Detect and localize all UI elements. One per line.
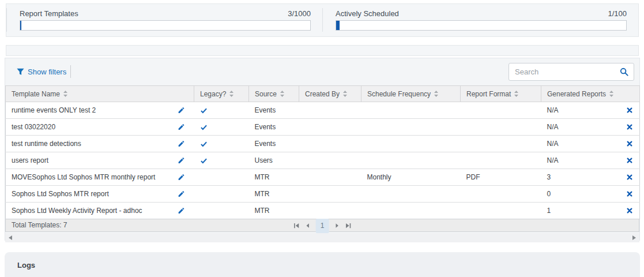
next-page-icon[interactable] xyxy=(334,222,340,229)
created-by-cell xyxy=(299,119,361,136)
show-filters-label: Show filters xyxy=(28,68,66,76)
total-templates-label: Total Templates: 7 xyxy=(12,221,67,229)
schedule-frequency-cell: Monthly xyxy=(361,169,461,186)
templates-panel: Show filters Template Name Legacy? Sourc… xyxy=(5,58,640,241)
template-name: runtime events ONLY test 2 xyxy=(12,106,96,114)
edit-pencil-icon[interactable] xyxy=(178,174,185,181)
sort-icon xyxy=(434,91,438,97)
sort-icon xyxy=(609,91,613,97)
source-cell: MTR xyxy=(249,203,299,219)
legacy-check-icon xyxy=(200,140,208,148)
col-header-report-format[interactable]: Report Format xyxy=(461,86,541,102)
report-format-cell xyxy=(461,186,541,203)
actively-scheduled-count: 1/100 xyxy=(608,9,627,18)
scroll-right-icon[interactable] xyxy=(632,235,636,240)
schedule-frequency-cell xyxy=(361,186,461,203)
table-row: Sophos Ltd Sophos MTR report MTR 0 xyxy=(6,186,640,203)
collapsed-section-strip[interactable] xyxy=(6,45,639,56)
report-format-cell xyxy=(461,152,541,169)
table-row: test 03022020 Events N/A xyxy=(6,119,640,136)
delete-x-icon[interactable] xyxy=(627,158,632,163)
report-format-cell xyxy=(461,136,541,152)
source-cell: Events xyxy=(249,136,299,152)
pagination: 1 xyxy=(293,219,352,232)
filter-funnel-icon xyxy=(17,68,24,76)
delete-x-icon[interactable] xyxy=(627,107,632,113)
schedule-frequency-cell xyxy=(361,203,461,219)
show-filters-button[interactable]: Show filters xyxy=(17,68,66,76)
legacy-check-icon xyxy=(200,123,208,131)
col-header-template-name[interactable]: Template Name xyxy=(6,86,194,102)
col-header-source[interactable]: Source xyxy=(249,86,299,102)
progress-fill xyxy=(20,21,21,30)
first-page-icon[interactable] xyxy=(293,222,300,229)
created-by-cell xyxy=(299,203,361,219)
sort-icon xyxy=(280,91,284,97)
search-icon[interactable] xyxy=(619,68,634,76)
logs-title: Logs xyxy=(5,252,640,269)
previous-page-icon[interactable] xyxy=(305,222,311,229)
template-name: Sophos Ltd Sophos MTR report xyxy=(12,190,109,198)
report-templates-meter: Report Templates 3/1000 xyxy=(6,4,322,36)
filter-toolbar: Show filters xyxy=(5,58,639,85)
sort-icon xyxy=(514,91,518,97)
generated-reports-value: N/A xyxy=(547,106,559,114)
generated-reports-value: N/A xyxy=(547,123,559,131)
table-row: users report Users N/A xyxy=(6,152,640,169)
table-header-row: Template Name Legacy? Source Created By … xyxy=(6,86,640,102)
table-row: test runtime detections Events N/A xyxy=(6,136,640,152)
created-by-cell xyxy=(299,169,361,186)
search-box xyxy=(509,63,634,81)
usage-panel: Report Templates 3/1000 Actively Schedul… xyxy=(6,3,639,37)
generated-reports-value: N/A xyxy=(547,156,559,164)
delete-x-icon[interactable] xyxy=(627,141,632,147)
template-name: test 03022020 xyxy=(12,123,55,131)
current-page-number[interactable]: 1 xyxy=(316,219,329,233)
generated-reports-value: 1 xyxy=(547,207,551,215)
horizontal-scrollbar[interactable] xyxy=(5,233,639,242)
col-header-created-by[interactable]: Created By xyxy=(299,86,361,102)
template-name: MOVESophos Ltd Sophos MTR monthly report xyxy=(12,173,155,181)
col-header-schedule-frequency[interactable]: Schedule Frequency xyxy=(361,86,461,102)
schedule-frequency-cell xyxy=(361,152,461,169)
scroll-left-icon[interactable] xyxy=(9,235,12,240)
report-format-cell xyxy=(461,203,541,219)
sort-icon xyxy=(343,91,347,97)
search-input[interactable] xyxy=(509,68,619,76)
delete-x-icon[interactable] xyxy=(627,174,632,180)
logs-panel[interactable]: Logs xyxy=(5,252,640,277)
generated-reports-value: N/A xyxy=(547,140,559,148)
delete-x-icon[interactable] xyxy=(627,208,632,214)
last-page-icon[interactable] xyxy=(345,222,351,229)
actively-scheduled-label: Actively Scheduled xyxy=(336,9,399,18)
edit-pencil-icon[interactable] xyxy=(178,140,185,148)
report-format-cell xyxy=(461,119,541,136)
report-format-cell xyxy=(461,102,541,119)
sort-icon xyxy=(63,91,67,97)
col-header-legacy[interactable]: Legacy? xyxy=(194,86,249,102)
delete-x-icon[interactable] xyxy=(627,191,632,197)
table-row: MOVESophos Ltd Sophos MTR monthly report… xyxy=(6,169,640,186)
edit-pencil-icon[interactable] xyxy=(178,157,185,164)
created-by-cell xyxy=(299,136,361,152)
edit-pencil-icon[interactable] xyxy=(178,107,185,114)
edit-pencil-icon[interactable] xyxy=(178,190,185,198)
report-templates-count: 3/1000 xyxy=(288,9,311,18)
edit-pencil-icon[interactable] xyxy=(178,123,185,131)
created-by-cell xyxy=(299,152,361,169)
legacy-check-icon xyxy=(200,157,208,164)
actively-scheduled-progressbar xyxy=(336,20,627,31)
table-footer: Total Templates: 7 1 xyxy=(5,219,639,232)
source-cell: Events xyxy=(249,102,299,119)
generated-reports-value: 3 xyxy=(547,173,551,181)
schedule-frequency-cell xyxy=(361,136,461,152)
table-row: runtime events ONLY test 2 Events N/A xyxy=(6,102,640,119)
edit-pencil-icon[interactable] xyxy=(178,207,185,215)
schedule-frequency-cell xyxy=(361,102,461,119)
delete-x-icon[interactable] xyxy=(627,124,632,130)
created-by-cell xyxy=(299,102,361,119)
generated-reports-value: 0 xyxy=(547,190,551,198)
col-header-generated-reports[interactable]: Generated Reports xyxy=(541,86,640,102)
sort-icon xyxy=(229,91,234,97)
table-row: Sophos Ltd Weekly Activity Report - adho… xyxy=(6,203,640,219)
